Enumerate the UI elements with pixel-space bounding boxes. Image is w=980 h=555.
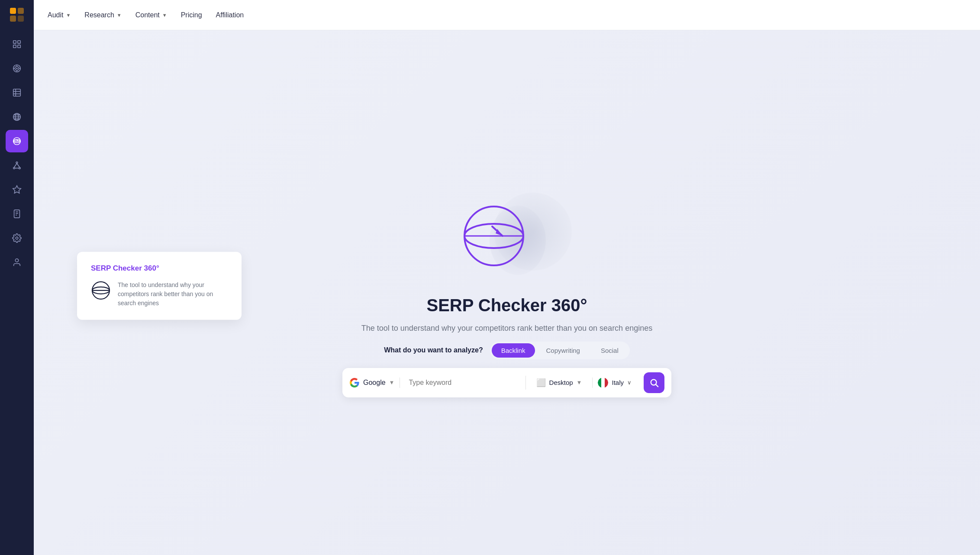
svg-rect-4 [13,41,16,43]
svg-rect-5 [18,41,20,43]
serp-globe-svg [459,201,529,271]
search-bar: Google ▼ ⬜ Desktop ▼ [342,368,671,397]
sidebar-item-dashboard[interactable] [6,33,28,55]
content-area: SERP Checker 360° The tool to understand… [34,30,980,555]
google-icon [349,378,360,388]
nav-research-label: Research [84,11,114,19]
analyze-label: What do you want to analyze? [384,346,483,354]
svg-rect-34 [14,210,20,218]
tooltip-card-inner: The tool to understand why your competit… [91,281,228,308]
svg-rect-2 [10,16,16,22]
italy-flag [598,378,608,388]
sidebar-item-report[interactable] [6,203,28,225]
nav-content-chevron: ▼ [162,13,167,18]
engine-name: Google [363,379,386,387]
tab-social[interactable]: Social [591,343,628,358]
svg-point-28 [13,168,15,169]
device-name: Desktop [549,379,573,386]
tooltip-card: SERP Checker 360° The tool to understand… [77,252,242,320]
nav-research-chevron: ▼ [117,13,122,18]
svg-point-39 [15,259,18,262]
divider-1 [525,376,526,390]
svg-point-27 [16,162,18,164]
main-area: Audit ▼ Research ▼ Content ▼ Pricing Aff… [34,0,980,555]
tooltip-serp-icon [91,281,111,300]
nav-content[interactable]: Content ▼ [135,10,167,21]
nav-audit[interactable]: Audit ▼ [48,10,71,21]
nav-audit-chevron: ▼ [66,13,71,18]
nav-research[interactable]: Research ▼ [84,10,121,21]
app-logo[interactable] [7,5,26,24]
device-chevron-icon: ▼ [577,379,582,386]
nav-affiliation[interactable]: Affiliation [216,10,244,21]
analyze-tabs: Backlink Copywriting Social [490,342,630,359]
nav-audit-label: Audit [48,11,63,19]
search-button[interactable] [644,372,664,393]
tab-backlink[interactable]: Backlink [492,343,535,358]
nav-pricing-label: Pricing [181,11,202,19]
svg-line-49 [656,384,658,387]
sidebar-item-target[interactable] [6,57,28,80]
svg-point-29 [19,168,21,169]
nav-pricing[interactable]: Pricing [181,10,202,21]
tooltip-title: SERP Checker 360° [91,264,228,273]
sidebar-item-serp[interactable] [6,130,28,152]
svg-rect-7 [18,45,20,48]
svg-line-31 [17,163,19,167]
svg-rect-0 [10,8,16,14]
svg-marker-33 [13,186,21,193]
sidebar [0,0,34,555]
svg-rect-15 [13,89,21,97]
country-name: Italy [612,379,624,386]
sidebar-item-table[interactable] [6,81,28,104]
svg-line-30 [14,163,17,167]
keyword-input[interactable] [405,377,520,388]
nav-affiliation-label: Affiliation [216,11,244,19]
nav-content-label: Content [135,11,160,19]
engine-selector[interactable]: Google ▼ [349,378,400,388]
svg-point-38 [16,237,18,239]
sidebar-item-star[interactable] [6,178,28,201]
svg-rect-1 [18,8,24,14]
desktop-icon: ⬜ [536,378,546,387]
tab-copywriting[interactable]: Copywriting [537,343,590,358]
top-navigation: Audit ▼ Research ▼ Content ▼ Pricing Aff… [34,0,980,30]
country-selector[interactable]: Italy ∨ [592,378,637,388]
globe-illustration [451,188,563,284]
sidebar-item-globe[interactable] [6,106,28,128]
sidebar-item-settings[interactable] [6,227,28,249]
country-chevron-icon: ∨ [627,379,632,386]
svg-rect-6 [13,45,16,48]
main-title: SERP Checker 360° [426,296,587,315]
svg-point-10 [16,68,17,69]
engine-chevron-icon: ▼ [389,379,395,386]
center-panel: SERP Checker 360° The tool to understand… [342,188,671,397]
device-selector[interactable]: ⬜ Desktop ▼ [531,378,587,387]
sidebar-item-user[interactable] [6,251,28,274]
analyze-row: What do you want to analyze? Backlink Co… [384,342,630,359]
main-subtitle: The tool to understand why your competit… [361,324,652,333]
tooltip-description: The tool to understand why your competit… [118,281,228,308]
svg-rect-3 [18,16,24,22]
sidebar-item-network[interactable] [6,154,28,177]
